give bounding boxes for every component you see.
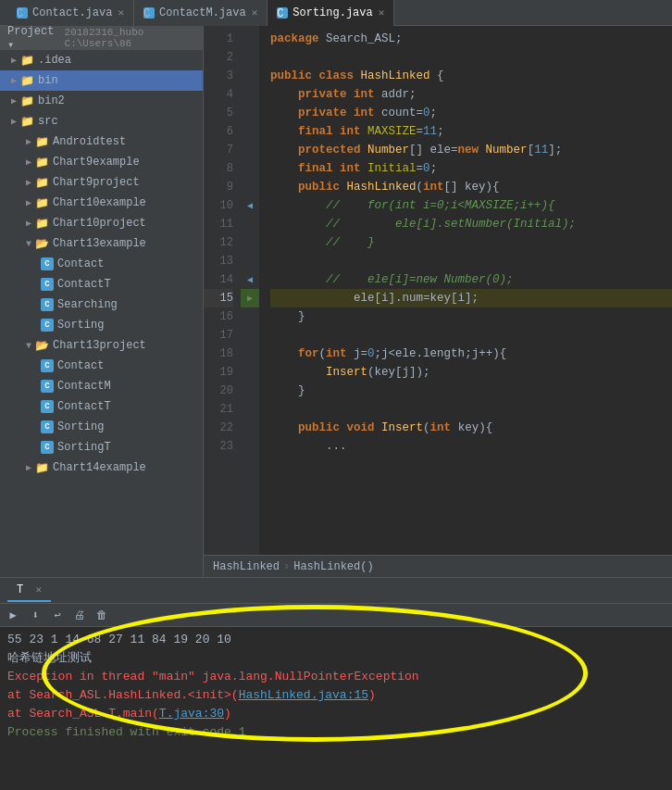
code-line: final int MAXSIZE=11;: [270, 122, 672, 141]
arrow-icon: ▶: [7, 75, 20, 86]
editor-content[interactable]: 1 2 3 4 5 6 7 8 9 10 11 12 13 14 15 16 1…: [204, 26, 672, 555]
tree-item-sorting2[interactable]: C Sorting: [0, 417, 203, 437]
java-file-icon: C: [41, 420, 54, 433]
tree-label: Searching: [57, 298, 118, 311]
panel-toolbar: ▶ ⬇ ↩ 🖨 🗑: [0, 604, 672, 627]
tree-item-searching[interactable]: C Searching: [0, 295, 203, 315]
code-line: [270, 48, 672, 67]
tree-item-chart10example[interactable]: ▶ 📁 Chart10example: [0, 193, 203, 213]
folder-icon: 📁: [35, 461, 49, 475]
arrow-icon: ▶: [7, 116, 20, 127]
stop-button[interactable]: ⬇: [26, 606, 44, 624]
project-path: 20182316_hubo C:\Users\86: [65, 27, 195, 49]
close-icon[interactable]: ✕: [379, 6, 385, 19]
tree-item-chart9example[interactable]: ▶ 📁 Chart9example: [0, 152, 203, 172]
tab-contactm-java[interactable]: C ContactM.java ✕: [134, 0, 268, 26]
tree-label: src: [38, 115, 58, 128]
tree-label: Chart13example: [53, 237, 146, 250]
code-line: [270, 326, 672, 345]
tree-label: Chart10project: [53, 217, 146, 230]
tree-label: Chart9project: [53, 176, 140, 189]
close-icon[interactable]: ✕: [118, 6, 124, 19]
tree-item-chart13project[interactable]: ▼ 📂 Chart13project: [0, 335, 203, 356]
code-line: public void Insert(int key){: [270, 419, 672, 437]
line-numbers: 1 2 3 4 5 6 7 8 9 10 11 12 13 14 15 16 1…: [204, 26, 241, 555]
arrow-icon: ▶: [22, 136, 35, 147]
tree-item-contactt[interactable]: C ContactT: [0, 274, 203, 295]
print-button[interactable]: 🖨: [70, 606, 89, 624]
breadcrumb-separator: ›: [283, 560, 290, 573]
code-line: [270, 252, 672, 270]
output-at-line2: at Search_ASL.T.main(T.java:30): [7, 705, 665, 723]
java-file-icon: C: [41, 278, 54, 291]
code-line: ...: [270, 437, 672, 456]
java-file-icon: C: [41, 319, 54, 332]
panel-tab-t[interactable]: T ✕: [7, 580, 51, 602]
run-button[interactable]: ▶: [4, 606, 22, 624]
tree-item-chart13example[interactable]: ▼ 📂 Chart13example: [0, 233, 203, 254]
tree-item-idea[interactable]: ▶ 📁 .idea: [0, 50, 203, 70]
tree-item-sorting-ex[interactable]: C Sorting: [0, 315, 203, 335]
tree-item-sortingt[interactable]: C SortingT: [0, 437, 203, 458]
tree-label: Sorting: [57, 319, 104, 332]
tree-item-chart10project[interactable]: ▶ 📁 Chart10project: [0, 213, 203, 233]
c-icon: C: [277, 7, 288, 19]
link-hashlinked[interactable]: HashLinked.java:15: [239, 688, 368, 702]
tab-sorting-java[interactable]: C Sorting.java ✕: [268, 0, 394, 26]
folder-icon: 📁: [20, 115, 34, 129]
tab-label: ContactM.java: [159, 6, 246, 19]
tree-item-chart14example[interactable]: ▶ 📁 Chart14example: [0, 458, 203, 478]
arrow-icon: ▼: [22, 239, 35, 249]
folder-icon: 📁: [35, 196, 49, 210]
rerun-button[interactable]: ↩: [48, 606, 67, 624]
tree-item-contact[interactable]: C Contact: [0, 254, 203, 274]
arrow-icon: ▶: [7, 95, 20, 107]
gutter: ◀ ◀ ▶: [241, 26, 259, 555]
java-file-icon: C: [41, 257, 54, 270]
code-line: [270, 400, 672, 419]
project-header: Project ▾ 20182316_hubo C:\Users\86: [0, 26, 203, 50]
tree-item-androidtest[interactable]: ▶ 📁 Androidtest: [0, 132, 203, 152]
tree-item-contactt2[interactable]: C ContactT: [0, 396, 203, 417]
arrow-icon: ▶: [22, 462, 35, 473]
code-line: Insert(key[j]);: [270, 363, 672, 382]
project-label: Project ▾: [7, 26, 59, 52]
tree-item-src[interactable]: ▶ 📁 src: [0, 111, 203, 132]
output-error-line: Exception in thread "main" java.lang.Nul…: [7, 668, 665, 686]
code-line: private int addr;: [270, 85, 672, 104]
folder-icon: 📁: [35, 135, 49, 149]
breadcrumb-bar: HashLinked › HashLinked(): [204, 555, 672, 577]
code-line: }: [270, 307, 672, 326]
code-editor[interactable]: package Search_ASL; public class HashLin…: [259, 26, 672, 555]
tree-item-chart9project[interactable]: ▶ 📁 Chart9project: [0, 172, 203, 193]
trash-button[interactable]: 🗑: [93, 606, 111, 624]
tree-item-bin2[interactable]: ▶ 📁 bin2: [0, 91, 203, 111]
output-at-line1: at Search_ASL.HashLinked.<init>(HashLink…: [7, 686, 665, 705]
close-icon[interactable]: ✕: [252, 6, 258, 19]
panel-close-icon[interactable]: ✕: [35, 584, 42, 596]
folder-icon: 📁: [20, 74, 34, 88]
code-line: for(int j=0;j<ele.length;j++){: [270, 345, 672, 363]
editor-area: 1 2 3 4 5 6 7 8 9 10 11 12 13 14 15 16 1…: [204, 26, 672, 577]
tab-contact-java[interactable]: C Contact.java ✕: [7, 0, 134, 26]
tree-item-contactm[interactable]: C ContactM: [0, 376, 203, 396]
java-file-icon: C: [41, 359, 54, 372]
code-line: final int Initial=0;: [270, 159, 672, 178]
tree-label: ContactT: [57, 400, 111, 413]
folder-icon: 📁: [35, 156, 49, 169]
tree-item-contact2[interactable]: C Contact: [0, 356, 203, 376]
tab-label: Sorting.java: [292, 6, 372, 19]
output-finished-line: Process finished with exit code 1: [7, 723, 665, 742]
code-line: public HashLinked(int[] key){: [270, 178, 672, 196]
arrow-icon: ▶: [7, 55, 20, 66]
panel-tab-bar: T ✕: [0, 578, 672, 604]
tree-label: Sorting: [57, 420, 104, 433]
tree-item-bin[interactable]: ▶ 📁 bin: [0, 70, 203, 91]
code-line: // for(int i=0;i<MAXSIZE;i++){: [270, 196, 672, 215]
link-tjava[interactable]: T.java:30: [159, 707, 224, 721]
java-file-icon: C: [41, 441, 54, 454]
arrow-icon: ▶: [22, 177, 35, 188]
code-line-highlighted: ele[i].num=key[i];: [270, 289, 672, 307]
breadcrumb-class: HashLinked: [213, 560, 280, 573]
output-chinese: 哈希链地址测试: [7, 649, 665, 668]
